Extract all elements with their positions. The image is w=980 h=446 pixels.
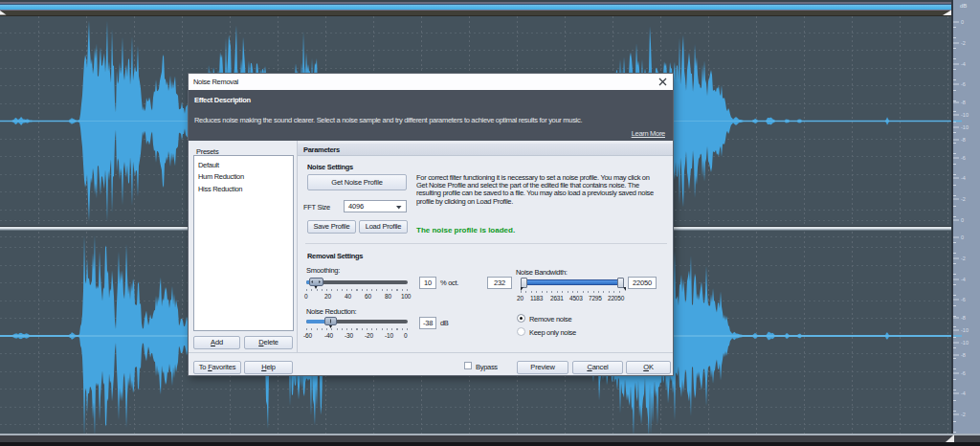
svg-text:-4: -4 — [961, 175, 966, 181]
svg-text:-6: -6 — [961, 81, 966, 87]
svg-text:-10: -10 — [961, 327, 969, 333]
svg-text:0: 0 — [961, 19, 964, 25]
svg-text:-6: -6 — [961, 297, 966, 302]
svg-text:dB: dB — [960, 3, 967, 9]
svg-text:0: 0 — [961, 234, 964, 240]
svg-text:-10: -10 — [961, 112, 969, 118]
svg-text:-10: -10 — [961, 340, 969, 346]
svg-text:-6: -6 — [961, 155, 966, 161]
svg-text:-4: -4 — [961, 277, 966, 282]
svg-text:-8: -8 — [961, 137, 966, 143]
svg-text:0: 0 — [961, 217, 964, 223]
svg-text:-10: -10 — [961, 124, 969, 130]
svg-text:-4: -4 — [961, 390, 966, 396]
svg-text:-8: -8 — [961, 315, 966, 321]
svg-text:-6: -6 — [961, 370, 966, 376]
svg-text:-2: -2 — [961, 40, 966, 46]
svg-text:-2: -2 — [961, 256, 966, 261]
svg-text:-2: -2 — [961, 196, 966, 202]
svg-text:-8: -8 — [961, 100, 966, 105]
svg-text:-2: -2 — [961, 412, 966, 417]
svg-text:-4: -4 — [961, 61, 966, 67]
svg-text:-8: -8 — [961, 352, 966, 358]
